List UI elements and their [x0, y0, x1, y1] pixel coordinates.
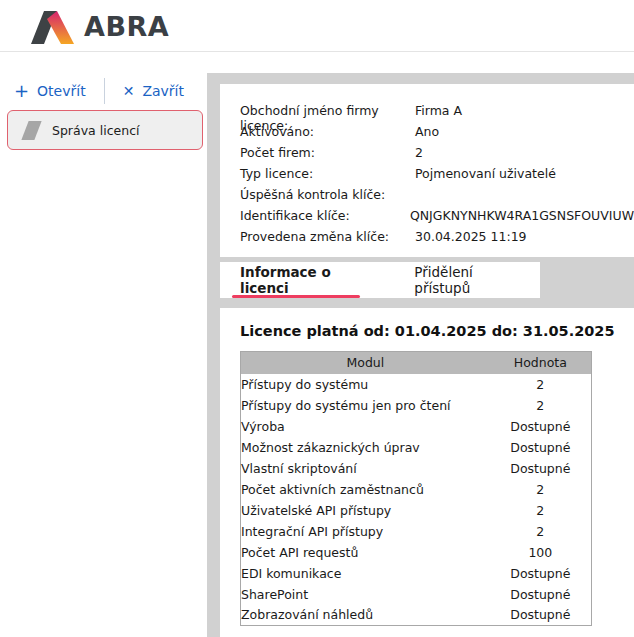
app-header: ABRA — [0, 0, 634, 52]
tab-label: Informace o licenci — [240, 264, 368, 296]
table-row: Počet aktivních zaměstnanců 2 — [241, 479, 592, 500]
close-icon: ✕ — [123, 84, 135, 98]
field-value: Ano — [415, 124, 439, 145]
open-button[interactable]: + Otevřít — [14, 82, 86, 100]
field-row: Identifikace klíče: QNJGKNYNHKW4RA1GSNSF… — [240, 208, 634, 229]
module-cell: Počet API requestů — [241, 542, 490, 563]
module-cell: SharePoint — [241, 584, 490, 605]
license-validity-heading: Licence platná od: 01.04.2025 do: 31.05.… — [240, 323, 634, 339]
field-row: Typ licence: Pojmenovaní uživatelé — [240, 166, 634, 187]
abra-logo-icon — [30, 8, 75, 45]
close-button-label: Zavřít — [142, 83, 184, 99]
value-cell: 2 — [490, 521, 592, 542]
open-button-label: Otevřít — [37, 83, 86, 99]
value-cell: 2 — [490, 374, 592, 395]
table-row: Vlastní skriptování Dostupné — [241, 458, 592, 479]
value-cell: Dostupné — [490, 416, 592, 437]
table-row: SharePoint Dostupné — [241, 584, 592, 605]
value-cell: Dostupné — [490, 584, 592, 605]
abra-logo: ABRA — [30, 8, 169, 45]
value-cell: Dostupné — [490, 437, 592, 458]
value-cell: 2 — [490, 500, 592, 521]
field-row: Obchodní jméno firmy licence: Firma A — [240, 103, 634, 124]
field-label: Identifikace klíče: — [240, 208, 410, 229]
toolbar-divider — [104, 78, 105, 104]
table-row: Možnost zákaznických úprav Dostupné — [241, 437, 592, 458]
field-value: Firma A — [415, 103, 462, 124]
field-label: Počet firem: — [240, 145, 415, 166]
table-row: Integrační API přístupy 2 — [241, 521, 592, 542]
sidebar: + Otevřít ✕ Zavřít Správa licencí — [0, 53, 207, 637]
license-info-card: Obchodní jméno firmy licence: Firma A Ak… — [220, 84, 634, 257]
column-header-hodnota: Hodnota — [490, 352, 592, 374]
license-detail-card: Licence platná od: 01.04.2025 do: 31.05.… — [220, 308, 634, 637]
tab-prideleni-pristupu[interactable]: Přidělení přístupů — [392, 262, 540, 298]
tab-label: Přidělení přístupů — [414, 264, 520, 296]
field-value: QNJGKNYNHKW4RA1GSNSFOUVIUW — [410, 208, 634, 229]
module-cell: Přístupy do systému — [241, 374, 490, 395]
field-row: Provedena změna klíče: 30.04.2025 11:19 — [240, 229, 634, 250]
modules-table: Modul Hodnota Přístupy do systému 2 Přís… — [240, 351, 592, 626]
value-cell: 2 — [490, 479, 592, 500]
value-cell: Dostupné — [490, 605, 592, 626]
plus-icon: + — [14, 82, 29, 100]
field-value: Pojmenovaní uživatelé — [415, 166, 556, 187]
table-row: Počet API requestů 100 — [241, 542, 592, 563]
module-cell: Možnost zákaznických úprav — [241, 437, 490, 458]
field-row: Počet firem: 2 — [240, 145, 634, 166]
value-cell: Dostupné — [490, 563, 592, 584]
sidebar-toolbar: + Otevřít ✕ Zavřít — [14, 78, 184, 104]
field-value: 2 — [415, 145, 423, 166]
module-cell: Přístupy do systému jen pro čtení — [241, 395, 490, 416]
table-row: Přístupy do systému jen pro čtení 2 — [241, 395, 592, 416]
module-cell: Uživatelské API přístupy — [241, 500, 490, 521]
field-label: Úspěšná kontrola klíče: — [240, 187, 415, 208]
table-row: EDI komunikace Dostupné — [241, 563, 592, 584]
license-module-icon — [21, 121, 41, 140]
table-row: Přístupy do systému 2 — [241, 374, 592, 395]
module-cell: Počet aktivních zaměstnanců — [241, 479, 490, 500]
table-row: Výroba Dostupné — [241, 416, 592, 437]
table-row: Zobrazování náhledů Dostupné — [241, 605, 592, 626]
field-label: Typ licence: — [240, 166, 415, 187]
field-label: Provedena změna klíče: — [240, 229, 415, 250]
field-label: Obchodní jméno firmy licence: — [240, 103, 415, 124]
module-cell: Vlastní skriptování — [241, 458, 490, 479]
module-cell: EDI komunikace — [241, 563, 490, 584]
module-cell: Výroba — [241, 416, 490, 437]
field-row: Úspěšná kontrola klíče: — [240, 187, 634, 208]
field-value: 30.04.2025 11:19 — [415, 229, 527, 250]
tab-informace-o-licenci[interactable]: Informace o licenci — [220, 262, 392, 298]
value-cell: 2 — [490, 395, 592, 416]
tab-strip: Informace o licenci Přidělení přístupů — [220, 262, 540, 298]
value-cell: 100 — [490, 542, 592, 563]
table-row: Uživatelské API přístupy 2 — [241, 500, 592, 521]
field-label: Aktivováno: — [240, 124, 415, 145]
active-tab-underline — [232, 295, 360, 298]
table-header-row: Modul Hodnota — [241, 352, 592, 374]
main-panel: Obchodní jméno firmy licence: Firma A Ak… — [207, 73, 634, 637]
close-button[interactable]: ✕ Zavřít — [123, 83, 184, 99]
logo-text: ABRA — [84, 11, 169, 42]
value-cell: Dostupné — [490, 458, 592, 479]
column-header-modul: Modul — [241, 352, 490, 374]
module-cell: Integrační API přístupy — [241, 521, 490, 542]
sidebar-item-label: Správa licencí — [52, 123, 139, 138]
field-row: Aktivováno: Ano — [240, 124, 634, 145]
sidebar-item-sprava-licenci[interactable]: Správa licencí — [7, 110, 203, 150]
module-cell: Zobrazování náhledů — [241, 605, 490, 626]
